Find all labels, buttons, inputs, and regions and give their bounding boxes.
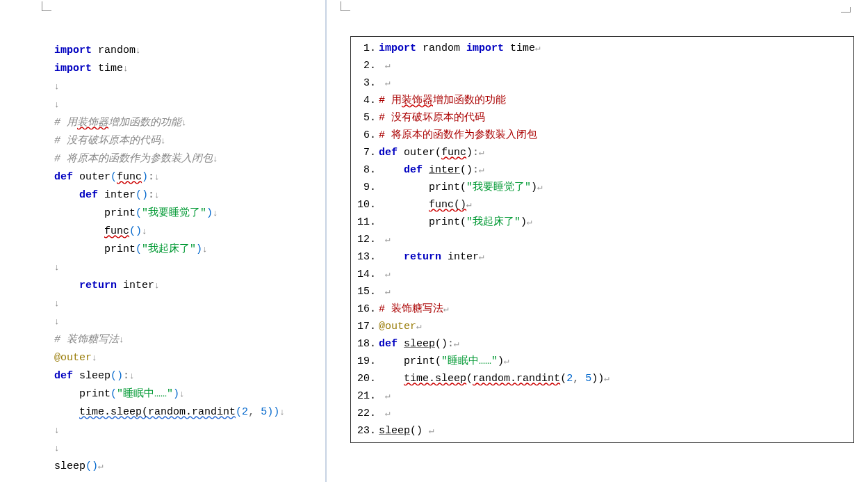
code-line[interactable]: 23.sleep() ↵ (355, 422, 846, 440)
code-line[interactable]: def sleep():↓ (54, 367, 311, 385)
code-line[interactable]: print("睡眠中……")↓ (54, 385, 311, 403)
token-arrow: ↓ (142, 226, 147, 236)
code-line[interactable]: 11. print("我起床了")↵ (355, 214, 846, 231)
token-punc: : (148, 171, 154, 183)
right-pane[interactable]: 1.import random import time↵2. ↵3. ↵4.# … (327, 0, 868, 482)
code-line[interactable]: 2. ↵ (355, 57, 846, 74)
token-id: ) (531, 182, 537, 193)
token-cmt: 装饰器 (77, 117, 108, 129)
line-number: 14. (355, 266, 379, 283)
code-line[interactable]: 16.# 装饰糖写法↵ (355, 300, 846, 318)
code-line[interactable]: 4.# 用装饰器增加函数的功能 (355, 92, 846, 109)
code-line[interactable]: 9. print("我要睡觉了")↵ (355, 179, 846, 196)
right-code-box[interactable]: 1.import random import time↵2. ↵3. ↵4.# … (350, 36, 854, 443)
token-id: sleep (379, 425, 410, 437)
token-kw: import (379, 42, 416, 54)
code-line[interactable]: print("我要睡觉了")↓ (54, 204, 311, 223)
token-kw: def (404, 164, 423, 176)
token-brak: () (129, 225, 142, 237)
token-ret: ↵ (504, 356, 509, 367)
code-line[interactable]: 5.# 没有破坏原本的代码 (355, 109, 846, 127)
code-content: return inter↵ (379, 248, 846, 266)
code-line[interactable]: # 将原本的函数作为参数装入闭包↓ (54, 150, 311, 168)
token-str: "我要睡觉了" (466, 182, 531, 193)
token-id: inter (123, 280, 154, 291)
token-id: outer( (404, 147, 441, 159)
token-id: () (410, 425, 423, 437)
split-view: import random↓import time↓↓↓# 用装饰器增加函数的功… (0, 0, 868, 482)
code-content: ↵ (379, 266, 846, 283)
code-line[interactable]: 6.# 将原本的函数作为参数装入闭包 (355, 127, 846, 144)
token-id: sleep (404, 338, 435, 350)
code-line[interactable]: ↓ (54, 259, 311, 277)
token-id: ( (454, 199, 460, 211)
token-brak: ( (110, 171, 117, 183)
code-line[interactable]: ↓ (54, 313, 311, 331)
code-line[interactable]: ↓ (54, 78, 311, 96)
code-line[interactable]: # 用装饰器增加函数的功能↓ (54, 114, 311, 132)
token-arrow: ↓ (179, 389, 185, 399)
code-line[interactable]: sleep()↵ (54, 458, 311, 476)
token-id: inter (104, 189, 136, 201)
code-content: ↵ (379, 74, 846, 92)
token-brak: ( (136, 243, 142, 255)
code-content: print("我起床了")↵ (379, 214, 846, 231)
token-id: () (435, 338, 448, 350)
code-line[interactable]: ↓ (54, 421, 311, 440)
code-line[interactable]: 10. func()↵ (355, 196, 846, 214)
code-line[interactable]: # 装饰糖写法↓ (54, 331, 311, 349)
code-line[interactable]: 15. ↵ (355, 283, 846, 300)
token-brak: ) (142, 171, 148, 183)
code-line[interactable]: 22. ↵ (355, 405, 846, 422)
token-kw: def (379, 338, 398, 350)
code-line[interactable]: # 没有破坏原本的代码↓ (54, 132, 311, 150)
code-line[interactable]: 19. print("睡眠中……")↵ (355, 353, 846, 370)
code-line[interactable]: ↓ (54, 295, 311, 313)
code-line[interactable]: 13. return inter↵ (355, 248, 846, 266)
code-content: import random import time↵ (379, 40, 846, 57)
token-arrow: ↓ (213, 154, 218, 164)
code-line[interactable]: func()↓ (54, 223, 311, 241)
code-line[interactable]: print("我起床了")↓ (54, 241, 311, 259)
code-line[interactable]: 17.@outer↵ (355, 318, 846, 335)
token-arrow: ↓ (129, 371, 135, 381)
code-line[interactable]: 20. time.sleep(random.randint(2, 5))↵ (355, 370, 846, 387)
code-line[interactable]: 8. def inter():↵ (355, 161, 846, 179)
token-ret: ↵ (466, 200, 472, 210)
code-line[interactable]: def outer(func):↓ (54, 168, 311, 186)
code-line[interactable]: time.sleep(random.randint(2, 5))↓ (54, 403, 311, 421)
token-ret: ↵ (385, 391, 391, 401)
token-arrow: ↓ (213, 208, 218, 218)
token-dec: @outer (54, 352, 92, 364)
code-line[interactable]: import random↓ (54, 42, 311, 60)
code-line[interactable]: ↓ (54, 440, 311, 458)
code-line[interactable]: 7.def outer(func):↵ (355, 144, 846, 161)
token-cmt: # 没有破坏原本的代码 (54, 135, 161, 147)
token-id: time. (79, 406, 110, 418)
token-arrow: ↓ (54, 99, 60, 110)
code-line[interactable]: @outer↓ (54, 349, 311, 367)
token-arrow: ↓ (154, 172, 160, 182)
code-line[interactable]: ↓ (54, 96, 311, 114)
ruler-right-icon (841, 7, 851, 13)
token-id: ) (466, 147, 473, 159)
token-id: ( (466, 373, 473, 385)
code-line[interactable]: import time↓ (54, 60, 311, 78)
token-ret: ↵ (443, 304, 449, 314)
code-content: # 将原本的函数作为参数装入闭包 (379, 127, 846, 144)
code-line[interactable]: 12. ↵ (355, 231, 846, 248)
code-line[interactable]: 1.import random import time↵ (355, 40, 846, 57)
left-pane[interactable]: import random↓import time↓↓↓# 用装饰器增加函数的功… (0, 0, 327, 482)
token-cmt: # 用 (54, 117, 77, 129)
code-line[interactable]: def inter():↓ (54, 186, 311, 204)
token-arrow: ↓ (279, 407, 285, 417)
code-line[interactable]: 3. ↵ (355, 74, 846, 92)
left-code-block[interactable]: import random↓import time↓↓↓# 用装饰器增加函数的功… (54, 42, 311, 476)
code-line[interactable]: 18.def sleep():↵ (355, 335, 846, 353)
line-number: 11. (355, 214, 379, 231)
code-content: ↵ (379, 57, 846, 74)
token-num: 2 (566, 373, 573, 385)
code-line[interactable]: 14. ↵ (355, 266, 846, 283)
code-line[interactable]: 21. ↵ (355, 387, 846, 405)
code-line[interactable]: return inter↓ (54, 277, 311, 295)
